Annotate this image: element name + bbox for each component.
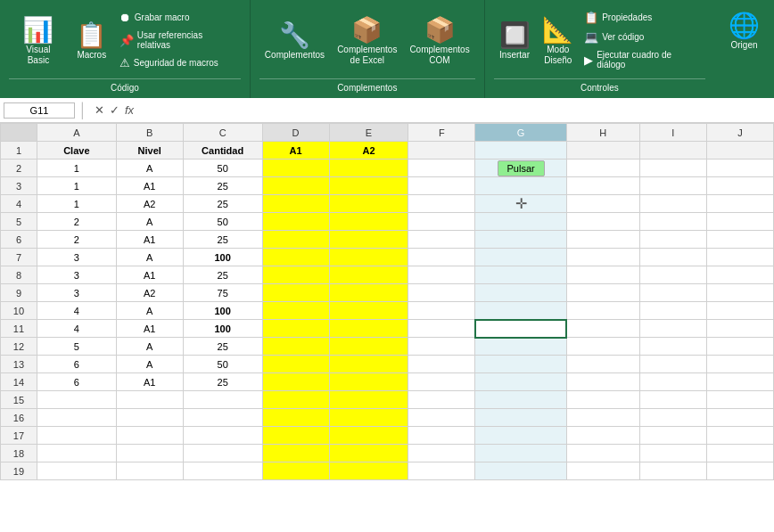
cell-c11[interactable]: 100 [183, 320, 262, 338]
cell-d5[interactable] [262, 213, 329, 231]
cell-a9[interactable]: 3 [37, 284, 116, 302]
cell-a13[interactable]: 6 [37, 356, 116, 373]
cell-e9[interactable] [329, 284, 408, 302]
cell-d19[interactable] [262, 462, 329, 480]
cell-i9[interactable] [639, 284, 706, 302]
cell-g14[interactable] [475, 373, 566, 391]
cell-h17[interactable] [566, 427, 639, 445]
cell-h14[interactable] [566, 373, 639, 391]
cell-j7[interactable] [706, 249, 773, 266]
grabar-macro-button[interactable]: ⏺ Grabar macro [116, 9, 241, 26]
cell-f14[interactable] [408, 373, 475, 391]
cell-d14[interactable] [262, 373, 329, 391]
cell-i15[interactable] [639, 391, 706, 409]
cell-j18[interactable] [706, 445, 773, 462]
cell-a2[interactable]: 1 [37, 160, 116, 177]
cell-i16[interactable] [639, 409, 706, 427]
cell-a15[interactable] [37, 391, 116, 409]
cell-i13[interactable] [639, 356, 706, 373]
col-header-j[interactable]: J [706, 124, 773, 142]
cell-h3[interactable] [566, 177, 639, 195]
cell-i17[interactable] [639, 427, 706, 445]
cell-c5[interactable]: 50 [183, 213, 262, 231]
cell-i5[interactable] [639, 213, 706, 231]
cell-a6[interactable]: 2 [37, 231, 116, 249]
cell-d18[interactable] [262, 445, 329, 462]
cell-j9[interactable] [706, 284, 773, 302]
cell-e14[interactable] [329, 373, 408, 391]
cell-j19[interactable] [706, 462, 773, 480]
cell-e5[interactable] [329, 213, 408, 231]
cell-a4[interactable]: 1 [37, 195, 116, 213]
cell-g5[interactable] [475, 213, 566, 231]
cell-c6[interactable]: 25 [183, 231, 262, 249]
cell-c16[interactable] [183, 409, 262, 427]
cell-h5[interactable] [566, 213, 639, 231]
cell-a16[interactable] [37, 409, 116, 427]
cell-e1[interactable]: A2 [329, 142, 408, 160]
cell-d4[interactable] [262, 195, 329, 213]
cell-g13[interactable] [475, 356, 566, 373]
cell-i19[interactable] [639, 462, 706, 480]
cell-f2[interactable] [408, 160, 475, 177]
cell-a11[interactable]: 4 [37, 320, 116, 338]
col-header-c[interactable]: C [183, 124, 262, 142]
cell-a18[interactable] [37, 445, 116, 462]
col-header-a[interactable]: A [37, 124, 116, 142]
insertar-button[interactable]: 🔲 Insertar [494, 17, 536, 64]
cell-e18[interactable] [329, 445, 408, 462]
cell-b8[interactable]: A1 [116, 266, 183, 284]
cell-j2[interactable] [706, 160, 773, 177]
complementos-com-button[interactable]: 📦 ComplementosCOM [404, 12, 474, 70]
cell-b6[interactable]: A1 [116, 231, 183, 249]
cell-a14[interactable]: 6 [37, 373, 116, 391]
cell-d11[interactable] [262, 320, 329, 338]
cell-j14[interactable] [706, 373, 773, 391]
cell-c1[interactable]: Cantidad [183, 142, 262, 160]
cell-f19[interactable] [408, 462, 475, 480]
cell-e11[interactable] [329, 320, 408, 338]
cell-g4[interactable]: ✛ [475, 195, 566, 213]
cell-h18[interactable] [566, 445, 639, 462]
cell-b4[interactable]: A2 [116, 195, 183, 213]
cell-e3[interactable] [329, 177, 408, 195]
cell-f8[interactable] [408, 266, 475, 284]
cell-f3[interactable] [408, 177, 475, 195]
cell-c18[interactable] [183, 445, 262, 462]
cell-h8[interactable] [566, 266, 639, 284]
cell-g7[interactable] [475, 249, 566, 266]
cell-f4[interactable] [408, 195, 475, 213]
cell-c17[interactable] [183, 427, 262, 445]
cell-a8[interactable]: 3 [37, 266, 116, 284]
cell-b11[interactable]: A1 [116, 320, 183, 338]
cell-c15[interactable] [183, 391, 262, 409]
cell-h2[interactable] [566, 160, 639, 177]
cell-c9[interactable]: 75 [183, 284, 262, 302]
cell-f17[interactable] [408, 427, 475, 445]
col-header-e[interactable]: E [329, 124, 408, 142]
ejecutar-cuadro-button[interactable]: ▶ Ejecutar cuadro de diálogo [580, 48, 705, 71]
cell-d8[interactable] [262, 266, 329, 284]
cell-f12[interactable] [408, 338, 475, 356]
cell-j1[interactable] [706, 142, 773, 160]
cell-g15[interactable] [475, 391, 566, 409]
cell-i3[interactable] [639, 177, 706, 195]
cell-j16[interactable] [706, 409, 773, 427]
cell-i14[interactable] [639, 373, 706, 391]
cell-h11[interactable] [566, 320, 639, 338]
cell-h19[interactable] [566, 462, 639, 480]
cell-d9[interactable] [262, 284, 329, 302]
origen-button[interactable]: 🌐 Origen [723, 7, 765, 54]
cell-j11[interactable] [706, 320, 773, 338]
cell-g10[interactable] [475, 302, 566, 320]
visual-basic-button[interactable]: 📊 Visual Basic [9, 12, 68, 70]
cell-d10[interactable] [262, 302, 329, 320]
cell-j13[interactable] [706, 356, 773, 373]
cell-e12[interactable] [329, 338, 408, 356]
col-header-b[interactable]: B [116, 124, 183, 142]
cell-f18[interactable] [408, 445, 475, 462]
cell-j12[interactable] [706, 338, 773, 356]
cell-b17[interactable] [116, 427, 183, 445]
cell-g9[interactable] [475, 284, 566, 302]
cell-f11[interactable] [408, 320, 475, 338]
